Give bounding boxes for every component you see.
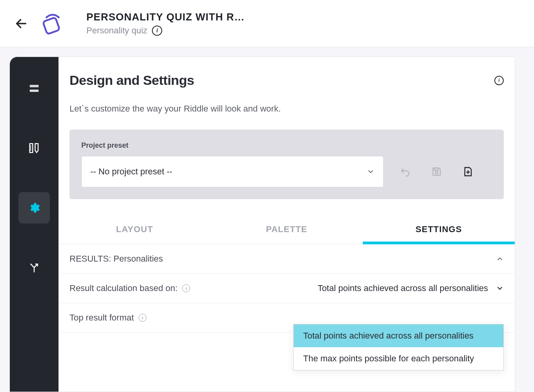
app-shell: Design and Settings i Let`s customize th… (9, 57, 515, 392)
preset-panel: Project preset -- No project preset -- (69, 130, 504, 199)
dropdown-option-total[interactable]: Total points achieved across all persona… (294, 324, 503, 347)
lines-icon (28, 82, 40, 94)
format-label: Top result format (69, 313, 134, 323)
info-icon[interactable]: i (152, 26, 162, 36)
save-button (431, 166, 443, 178)
calc-select[interactable]: Total points achieved across all persona… (318, 283, 504, 293)
save-icon (431, 166, 442, 177)
preset-label: Project preset (81, 141, 492, 150)
title-block: PERSONALITY QUIZ WITH R… Personality qui… (86, 11, 245, 36)
section-title: Design and Settings (69, 73, 194, 88)
calc-label: Result calculation based on: (69, 283, 177, 293)
sidebar (10, 57, 59, 392)
svg-rect-11 (434, 168, 438, 170)
undo-button (399, 166, 411, 178)
format-info-icon[interactable]: i (139, 314, 146, 322)
preset-selected-value: -- No project preset -- (90, 167, 172, 177)
calc-info-icon[interactable]: i (182, 284, 190, 292)
sidebar-item-content[interactable] (18, 73, 50, 104)
page-subtitle: Personality quiz (86, 26, 147, 36)
logo-icon (38, 9, 67, 38)
calc-dropdown-menu: Total points achieved across all persona… (293, 324, 504, 370)
main-panel: Design and Settings i Let`s customize th… (59, 57, 515, 392)
ruler-pencil-icon (28, 142, 40, 154)
tabs: LAYOUT PALETTE SETTINGS (59, 215, 515, 244)
dropdown-option-max[interactable]: The max points possible for each persona… (294, 347, 503, 370)
results-section-header[interactable]: RESULTS: Personalities (59, 244, 515, 274)
tab-settings[interactable]: SETTINGS (363, 215, 515, 244)
sidebar-item-settings[interactable] (18, 192, 50, 223)
app-body: Design and Settings i Let`s customize th… (0, 47, 534, 392)
tab-layout[interactable]: LAYOUT (59, 215, 210, 244)
svg-point-10 (435, 171, 438, 174)
undo-icon (400, 166, 411, 177)
chevron-down-icon (496, 284, 504, 292)
chevron-down-icon (367, 168, 375, 176)
page-title: PERSONALITY QUIZ WITH R… (86, 11, 245, 23)
svg-rect-1 (43, 17, 60, 34)
chevron-up-icon (496, 255, 504, 263)
add-button[interactable] (462, 166, 474, 178)
sidebar-item-branch[interactable] (18, 252, 50, 283)
arrow-left-icon (15, 17, 28, 30)
preset-actions (399, 166, 474, 178)
preset-select[interactable]: -- No project preset -- (81, 156, 384, 187)
section-description: Let`s customize the way your Riddle will… (69, 104, 504, 114)
add-file-icon (463, 166, 474, 177)
calc-value: Total points achieved across all persona… (318, 283, 488, 293)
tab-indicator (363, 242, 515, 244)
back-button[interactable] (12, 14, 31, 33)
sidebar-item-edit[interactable] (18, 132, 50, 164)
top-header: PERSONALITY QUIZ WITH R… Personality qui… (0, 0, 534, 47)
tab-palette[interactable]: PALETTE (210, 215, 362, 244)
split-icon (28, 262, 40, 273)
results-section-title: RESULTS: Personalities (69, 254, 163, 264)
calc-row: Result calculation based on: i Total poi… (59, 274, 515, 303)
app-logo (38, 9, 67, 38)
gear-icon (28, 202, 40, 214)
section-info-icon[interactable]: i (494, 76, 504, 85)
